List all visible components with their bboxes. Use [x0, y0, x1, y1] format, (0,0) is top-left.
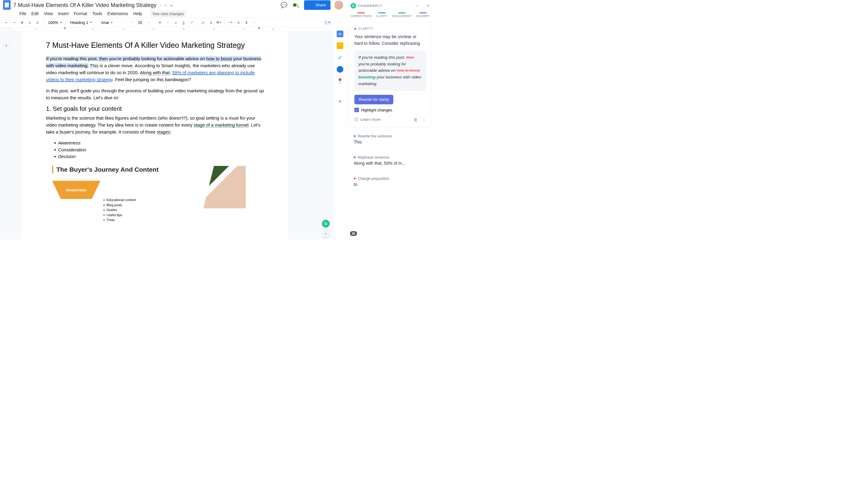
meet-button[interactable]	[291, 0, 300, 10]
menu-format[interactable]: Format	[74, 11, 87, 17]
paint-format-icon[interactable]: 🖌	[34, 19, 41, 26]
star-icon[interactable]: ☆	[159, 4, 161, 7]
suggestion-card[interactable]: Rephrase sentence Along with that, 59% o…	[349, 151, 431, 170]
trash-icon[interactable]: 🗑	[413, 117, 417, 122]
share-label: Share	[315, 3, 326, 7]
explore-icon[interactable]: ✦	[322, 230, 330, 237]
tab-delivery[interactable]: DELIVERY	[416, 12, 430, 18]
calendar-icon[interactable]: 31	[337, 31, 343, 37]
learn-more-link[interactable]: Learn more	[361, 117, 380, 122]
align-icon[interactable]: ≡	[227, 19, 234, 26]
tasks-icon[interactable]: ✓	[337, 54, 343, 61]
insert-image-icon[interactable]: 🖼	[216, 19, 222, 26]
account-avatar[interactable]	[334, 1, 343, 10]
keep-icon[interactable]: 💡	[337, 42, 343, 49]
undo-icon[interactable]: ↶	[3, 19, 10, 26]
spellcheck-icon[interactable]: A	[27, 19, 33, 26]
document-page[interactable]: 7 Must-Have Elements Of A Killer Video M…	[22, 31, 288, 239]
move-icon[interactable]: ▭	[165, 4, 167, 7]
suggestion-count-badge[interactable]: 66	[350, 231, 357, 236]
menu-tools[interactable]: Tools	[92, 11, 102, 17]
add-addon-icon[interactable]: +	[337, 98, 343, 105]
menu-insert[interactable]: Insert	[58, 11, 69, 17]
grammarly-logo-icon: G	[351, 3, 356, 8]
suggestion-card[interactable]: Rewrite the sentence This	[349, 130, 431, 148]
menu-help[interactable]: Help	[133, 11, 142, 17]
funnel-awareness: Awareness	[52, 181, 100, 199]
redo-icon[interactable]: ↷	[11, 19, 18, 26]
cloud-status-icon[interactable]: ☁	[170, 4, 173, 7]
grammarly-fab-icon[interactable]: G	[322, 220, 330, 228]
clarity-card: CLARITY Your sentence may be unclear or …	[349, 22, 431, 127]
menu-edit[interactable]: Edit	[31, 11, 39, 17]
buyers-journey-graphic: The Buyer's Journey And Content Awarenes…	[46, 166, 264, 227]
document-outline-icon[interactable]: ☰	[3, 43, 9, 49]
rewrite-for-clarity-button[interactable]: Rewrite for clarity	[354, 95, 393, 104]
menu-extensions[interactable]: Extensions	[107, 11, 128, 17]
highlight-icon[interactable]: 🖍	[188, 19, 195, 26]
suggestion-card[interactable]: Change preposition to	[349, 173, 431, 191]
maps-icon[interactable]: 📍	[337, 78, 343, 85]
collapse-toolbar-icon[interactable]: ⌃	[337, 19, 343, 26]
highlight-changes-label: Highlight changes	[361, 108, 392, 112]
svg-rect-0	[293, 4, 296, 7]
doc-heading-1: 7 Must-Have Elements Of A Killer Video M…	[46, 40, 264, 51]
doc-paragraph: Marketing is the science that likes figu…	[46, 115, 264, 136]
goals-icon[interactable]: ◎	[416, 4, 418, 7]
card-message: Your sentence may be unclear or hard to …	[354, 34, 426, 47]
close-icon[interactable]: ✕	[427, 3, 430, 8]
tab-engagement[interactable]: ENGAGEMENT	[392, 12, 412, 18]
doc-bullet-list: Awareness Consideration Decision	[58, 140, 264, 160]
italic-icon[interactable]: I	[165, 19, 171, 26]
insert-link-icon[interactable]: 🔗	[200, 19, 207, 26]
document-title[interactable]: 7 Must-Have Elements Of A Killer Video M…	[13, 2, 156, 8]
tab-clarity[interactable]: CLARITY	[376, 12, 388, 18]
share-button[interactable]: 👤 Share	[304, 0, 331, 10]
card-label: CLARITY	[358, 27, 373, 31]
doc-paragraph: In this post, we'll guide you through th…	[46, 87, 264, 101]
font-size-input[interactable]	[136, 20, 144, 25]
doc-heading-2: 1. Set goals for your content	[46, 105, 264, 112]
zoom-select[interactable]: 100%	[46, 20, 64, 25]
text-color-icon[interactable]: A	[180, 19, 187, 26]
contacts-icon[interactable]: 👤	[337, 66, 343, 73]
line-spacing-icon[interactable]: ⇅	[235, 19, 242, 26]
grammarly-brand: GRAMMARLY	[358, 4, 382, 8]
numbered-list-icon[interactable]: ≣	[243, 19, 250, 26]
editing-mode[interactable]: ✎	[323, 20, 332, 25]
see-new-changes[interactable]: See new changes	[150, 10, 186, 17]
tab-correctness[interactable]: CORRECTNESS	[351, 12, 372, 18]
ruler[interactable]: 1 2 3 4 5 6 7 8	[12, 28, 334, 31]
google-docs-icon[interactable]	[3, 0, 10, 10]
menu-file[interactable]: File	[19, 11, 26, 17]
style-select[interactable]: Heading 1	[68, 20, 94, 25]
underline-icon[interactable]: U	[173, 19, 179, 26]
suggestion-text: If you're reading this post, then you're…	[354, 50, 426, 91]
font-select[interactable]: Arial	[99, 20, 123, 25]
more-options-icon[interactable]: ⋮	[422, 117, 426, 122]
bold-icon[interactable]: B	[157, 19, 163, 26]
highlight-changes-checkbox[interactable]: ✓	[354, 108, 359, 112]
add-comment-icon[interactable]: ⊞	[208, 19, 214, 26]
comments-icon[interactable]: 💬	[281, 2, 287, 8]
font-size-decrease[interactable]: −	[128, 19, 135, 26]
print-icon[interactable]: 🖶	[19, 19, 25, 26]
person-icon: 👤	[308, 3, 313, 7]
doc-paragraph: If you're reading this post, then you're…	[46, 55, 264, 83]
help-icon[interactable]: ⓘ	[354, 117, 358, 122]
font-size-increase[interactable]: +	[145, 19, 152, 26]
menu-view[interactable]: View	[44, 11, 53, 17]
more-icon[interactable]: ⋯	[251, 19, 257, 26]
